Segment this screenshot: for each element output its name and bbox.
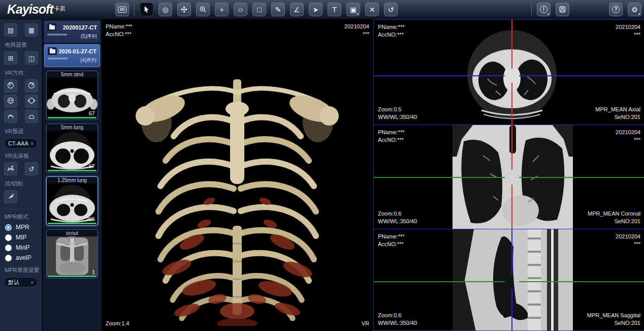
sagittal-crosshair-vertical[interactable] — [511, 229, 512, 274]
axial-date-overlay: 20210204*** — [616, 23, 640, 39]
tool-zoom[interactable] — [196, 3, 210, 16]
mpr-mode-radio-minp[interactable]: MinP — [0, 243, 42, 253]
study-masked-name: ********** — [47, 33, 67, 40]
thumbnail-image-count: 265 — [86, 216, 95, 222]
rectangle-icon: □ — [257, 6, 261, 14]
axial-crosshair-vertical[interactable] — [511, 20, 512, 69]
pname-text: PName:*** — [106, 23, 133, 31]
tool-delete[interactable]: ✕ — [365, 3, 379, 16]
vr-head-top-left-button[interactable] — [4, 79, 17, 93]
mpr-mode-radio-mip[interactable]: MIP — [0, 232, 42, 243]
tool-ellipse-roi[interactable]: ○ — [234, 3, 247, 16]
vr-patient-overlay: PName:***AccNO:*** — [106, 23, 133, 38]
coronal-crosshair-horizontal[interactable] — [374, 177, 505, 178]
2d-icon: 2D — [118, 7, 126, 13]
tool-2d-mode[interactable]: 2D — [115, 3, 129, 16]
tool-text-annotate[interactable]: T — [328, 3, 341, 16]
axial-patient-overlay: PName:***AccNO:*** — [378, 23, 405, 39]
sagittal-type-overlay: MPR_MEAN SaggitalSeNO:201 — [587, 312, 640, 327]
crosshair-icon: + — [219, 6, 223, 14]
coronal-crosshair-horizontal[interactable] — [519, 177, 644, 178]
bed-reset-button[interactable]: ↺ — [25, 162, 38, 175]
tool-localize[interactable]: + — [215, 3, 229, 16]
flip-layout-button[interactable]: ▦ — [25, 23, 38, 37]
thumbnail-image-count: 67 — [89, 110, 95, 116]
mpr-mode-radio-aveip[interactable]: aveIP — [0, 253, 42, 263]
radio-label: MPR — [16, 224, 29, 231]
pname-text: PName:*** — [378, 23, 405, 31]
vr-face-button[interactable] — [4, 95, 17, 108]
sagittal-crosshair-horizontal[interactable] — [374, 281, 505, 282]
close-icon: ✕ — [369, 6, 375, 14]
mpr-mode-radio-mpr[interactable]: MPR — [0, 222, 42, 232]
mpr-type-text: MPR_MEAN Coronal — [588, 210, 640, 218]
vr-head-back-button[interactable] — [25, 95, 38, 108]
viewport-axial[interactable]: PName:***AccNO:*** 20210204*** Zoom:0.5W… — [374, 19, 644, 125]
wwwl-text: WW/WL:350/40 — [378, 113, 417, 121]
axial-crosshair-horizontal[interactable] — [374, 75, 505, 76]
mpr-thickness-select[interactable]: 默认 ∨ — [4, 277, 38, 287]
tool-pan[interactable] — [177, 3, 191, 16]
accno-text: AccNO:*** — [106, 31, 133, 38]
axial-crosshair-horizontal[interactable] — [519, 75, 644, 76]
gear-icon: ⚙ — [631, 6, 638, 14]
study-item-1[interactable]: 20200127-CT ********** (5)序列 — [44, 21, 100, 43]
tool-windowing[interactable]: ◎ — [158, 3, 172, 16]
viewport-coronal[interactable]: PName:***AccNO:*** 20210204*** Zoom:0.6W… — [374, 125, 644, 229]
chevron-down-icon: ∨ — [30, 280, 34, 285]
sagittal-crosshair-vertical[interactable] — [511, 289, 512, 330]
tool-angle[interactable]: ∠ — [290, 3, 304, 16]
series-panel: 20200127-CT ********** (5)序列 2020-01-27-… — [43, 19, 102, 331]
key-image-icon: ▣ — [350, 6, 357, 14]
pan-icon — [180, 6, 188, 13]
tool-key-image[interactable]: ▣ — [346, 3, 360, 16]
head-face-icon — [7, 97, 15, 106]
split-layout-button[interactable]: ◫ — [25, 51, 38, 65]
study-date-text: 20210204 — [616, 233, 640, 240]
radio-icon — [5, 245, 12, 251]
study-item-2[interactable]: 2020-01-27-CT ********** (4)序列 — [44, 44, 100, 67]
tool-settings[interactable]: ⚙ — [628, 3, 641, 16]
grid-layout-button[interactable]: ⊞ — [4, 51, 17, 65]
sagittal-ct-image — [453, 229, 573, 331]
tool-cursor[interactable] — [140, 3, 153, 16]
cut-knife-button[interactable] — [4, 190, 17, 203]
coronal-crosshair-vertical[interactable] — [511, 185, 512, 229]
series-thumbnail-125mm-lung[interactable]: 1.25mm lung 265 — [46, 176, 98, 226]
series-thumbnail-scout[interactable]: scout 1 — [46, 229, 98, 279]
series-thumbnail-5mm-lung[interactable]: 5mm lung 67 — [46, 124, 98, 173]
pacs-application: Kayisoft卡易 2D ◎ + ○ □ ✎ ∠ ➤ T ▣ ✕ ↺ ! ? … — [0, 0, 644, 331]
grid-icon: ⊞ — [8, 54, 14, 62]
accno-text: AccNO:*** — [378, 240, 405, 248]
pname-text: PName:*** — [378, 129, 405, 136]
series-thumbnail-5mm-stnd[interactable]: 5mm stnd 67 — [46, 71, 98, 120]
vr-preset-select[interactable]: CT-AAA ∨ — [4, 138, 38, 148]
report-layout-button[interactable]: ▤ — [4, 23, 17, 37]
help-icon: ? — [612, 6, 620, 13]
coronal-date-overlay: 20210204*** — [616, 129, 640, 144]
tool-info[interactable]: ! — [537, 3, 551, 16]
coronal-zoom-overlay: Zoom:0.6WW/WL:350/40 — [378, 210, 417, 225]
radio-label: MIP — [16, 234, 26, 241]
vr-head-top-right-button[interactable] — [25, 79, 38, 93]
vr-head-front-neck-button[interactable] — [4, 110, 17, 123]
tool-draw[interactable]: ✎ — [271, 3, 285, 16]
bed-icon — [7, 164, 15, 174]
axial-crosshair-vertical[interactable] — [511, 83, 512, 125]
ellipse-icon: ○ — [238, 6, 243, 14]
vr-head-back-neck-button[interactable] — [25, 110, 38, 123]
tool-reset[interactable]: ↺ — [384, 3, 398, 16]
tool-rect-roi[interactable]: □ — [252, 3, 266, 16]
sagittal-crosshair-horizontal[interactable] — [519, 281, 644, 282]
remove-bed-button[interactable] — [4, 162, 17, 175]
thumbnail-progress — [48, 223, 96, 224]
split-icon: ◫ — [28, 54, 35, 62]
coronal-crosshair-vertical[interactable] — [511, 125, 512, 170]
tool-arrow-annotate[interactable]: ➤ — [309, 3, 323, 16]
tool-help[interactable]: ? — [609, 3, 623, 16]
thumbnail-label: 5mm lung — [47, 125, 98, 130]
viewport-sagittal[interactable]: PName:***AccNO:*** 20210204*** Zoom:0.6W… — [374, 229, 644, 331]
viewport-vr[interactable]: PName:***AccNO:*** 20210204*** Zoom:1.4 … — [102, 19, 373, 331]
study-title: 20200127-CT — [63, 24, 97, 31]
tool-save[interactable] — [556, 3, 569, 16]
